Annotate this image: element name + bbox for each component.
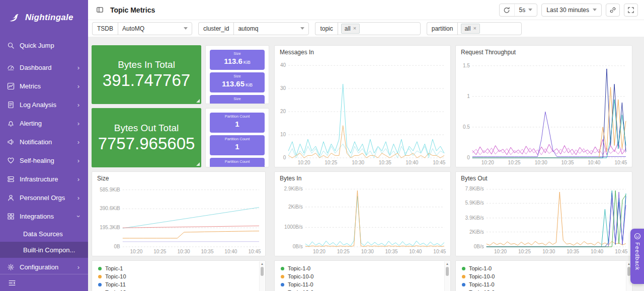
legend-label: Topic-11-0 (288, 281, 313, 287)
sidebar-item-notification[interactable]: Notification (0, 133, 88, 151)
page-title: Topic Metrics (110, 6, 155, 14)
legend-item[interactable]: Topic-12 (98, 288, 257, 291)
legend-item[interactable]: Topic-10 (98, 272, 257, 280)
legend-item[interactable]: Topic-12-0 (281, 288, 442, 291)
card-unit: KiB (244, 60, 251, 65)
refresh-button[interactable] (500, 4, 515, 16)
legend-item[interactable]: Topic-11 (98, 280, 257, 288)
size-card: Size 113.65KiB (210, 72, 265, 92)
stat-panel-size-cards: Size 113.6KiB Size 113.65KiB Size (205, 45, 269, 104)
sidebar-item-quick-jump[interactable]: Quick Jump (0, 35, 88, 55)
partition-card-list: Partition Count 1 Partition Count 1 Part… (206, 109, 269, 167)
resize-handle[interactable] (264, 99, 268, 103)
sidebar: Nightingale Quick Jump Dashboard Metrics… (0, 0, 88, 291)
legend-item[interactable]: Topic-1 (98, 264, 257, 272)
chart-panel-size: Size 0B195.3KiB390.6KiB585.9KiB10:2010:2… (92, 171, 266, 256)
cluster-select[interactable]: automq (233, 22, 309, 35)
sidebar-item-metrics[interactable]: Metrics (0, 77, 88, 95)
integrations-grid-icon (7, 213, 15, 220)
scroll-up-icon[interactable] (260, 262, 265, 266)
legend-item[interactable]: Topic-11-0 (281, 280, 442, 288)
sidebar-item-infrastructure[interactable]: Infrastructure (0, 170, 88, 188)
messages-in-chart[interactable]: 01020304010:2010:2510:3010:3510:4010:45 (278, 58, 447, 166)
feedback-button[interactable]: Feedback (630, 229, 644, 284)
filter-partition: partition all × (427, 22, 522, 35)
remove-tag-icon[interactable]: × (473, 26, 476, 31)
remove-tag-icon[interactable]: × (353, 26, 356, 31)
tsdb-label: TSDB (92, 22, 118, 35)
sidebar-item-data-sources[interactable]: Data Sources (0, 226, 88, 242)
legend-scrollbar[interactable] (259, 261, 265, 291)
sidebar-item-built-in-components[interactable]: Built-in Compon... (0, 242, 88, 258)
refresh-interval-select[interactable]: 5s (515, 7, 537, 14)
legend-scrollbar[interactable] (444, 261, 450, 291)
scrollbar-thumb[interactable] (446, 267, 449, 276)
sidebar-item-self-healing[interactable]: Self-healing (0, 151, 88, 170)
svg-text:10:45: 10:45 (249, 249, 261, 254)
scroll-up-icon[interactable] (445, 262, 450, 266)
card-label: Size (212, 51, 263, 56)
legend-dot (462, 275, 465, 278)
svg-text:40: 40 (280, 62, 286, 68)
collapse-sidebar-icon[interactable] (8, 279, 16, 287)
refresh-interval-value: 5s (519, 7, 526, 14)
sidebar-item-alerting[interactable]: Alerting (0, 114, 88, 133)
svg-text:10:20: 10:20 (494, 249, 507, 254)
sidebar-item-integrations[interactable]: Integrations (0, 207, 88, 226)
size-card: Size (210, 95, 265, 104)
legend-item[interactable]: Topic-12-0 (462, 288, 624, 291)
svg-text:2KiB/s: 2KiB/s (288, 204, 303, 210)
resize-handle[interactable] (196, 99, 200, 103)
legend-panel-bytes-in: Topic-1-0 Topic-10-0 Topic-11-0 Topic-12… (274, 260, 451, 291)
legend-label: Topic-10-0 (288, 273, 313, 279)
sidebar-item-dashboard[interactable]: Dashboard (0, 58, 88, 77)
scrollbar-thumb[interactable] (261, 267, 264, 276)
resize-handle[interactable] (264, 162, 268, 166)
sidebar-item-label: Configuration (20, 263, 71, 271)
sidebar-subitem-label: Data Sources (23, 230, 63, 238)
svg-text:10: 10 (280, 132, 286, 137)
card-label: Partition Count (212, 114, 263, 119)
svg-text:2KiB/s: 2KiB/s (469, 229, 484, 235)
topic-tags-input[interactable]: all × (338, 22, 421, 35)
size-chart[interactable]: 0B195.3KiB390.6KiB585.9KiB10:2010:2510:3… (95, 184, 262, 255)
app-logo[interactable]: Nightingale (0, 0, 88, 35)
sidebar-footer (0, 274, 88, 291)
megaphone-icon (7, 138, 15, 146)
sidebar-subitem-label: Built-in Compon... (23, 246, 75, 254)
chevron-down-icon (593, 9, 597, 11)
filter-cluster: cluster_id automq (198, 22, 309, 35)
legend-item[interactable]: Topic-11-0 (462, 280, 624, 288)
legend-dot (281, 275, 284, 278)
request-throughput-chart[interactable]: 00.511.510:2010:2510:3010:3510:4010:45 (459, 58, 629, 166)
svg-text:10:40: 10:40 (409, 249, 422, 254)
bytes-out-chart[interactable]: 0B/s2KiB/s3.9KiB/s5.9KiB/s7.8KiB/s10:201… (459, 184, 629, 255)
time-range-select[interactable]: Last 30 minutes (541, 4, 602, 17)
logo-text: Nightingale (25, 13, 73, 23)
sidebar-item-label: Metrics (20, 82, 71, 90)
sidebar-item-personnel-orgs[interactable]: Personnel Orgs (0, 188, 88, 207)
tsdb-select[interactable]: AutoMQ (118, 22, 192, 35)
legend-item[interactable]: Topic-1-0 (462, 264, 624, 272)
sidebar-item-log-analysis[interactable]: Log Analysis (0, 95, 88, 114)
stat-panel-bytes-in-total: Bytes In Total 391.747767 (92, 45, 201, 104)
svg-text:0B/s: 0B/s (293, 244, 303, 249)
legend-item[interactable]: Topic-10-0 (462, 272, 624, 280)
topic-tag: all × (341, 24, 360, 34)
svg-text:390.6KiB: 390.6KiB (100, 206, 120, 211)
legend-label: Topic-10-0 (469, 273, 495, 279)
partition-label: partition (427, 22, 458, 35)
bytes-in-chart[interactable]: 0B/s1000B/s2KiB/s2.9KiB/s10:2010:2510:30… (278, 184, 447, 255)
stat-title: Bytes Out Total (114, 123, 179, 134)
partition-tags-input[interactable]: all × (457, 22, 522, 35)
resize-handle[interactable] (196, 162, 200, 166)
card-unit: KiB (246, 82, 253, 87)
fullscreen-button[interactable] (624, 4, 638, 17)
legend-item[interactable]: Topic-10-0 (281, 272, 442, 280)
legend-dot (462, 267, 465, 270)
legend-item[interactable]: Topic-1-0 (281, 264, 442, 272)
chevron-right-icon (76, 120, 81, 127)
share-link-button[interactable] (606, 4, 620, 17)
panel-toggle-button[interactable] (94, 4, 105, 17)
chevron-down-icon (76, 213, 81, 220)
